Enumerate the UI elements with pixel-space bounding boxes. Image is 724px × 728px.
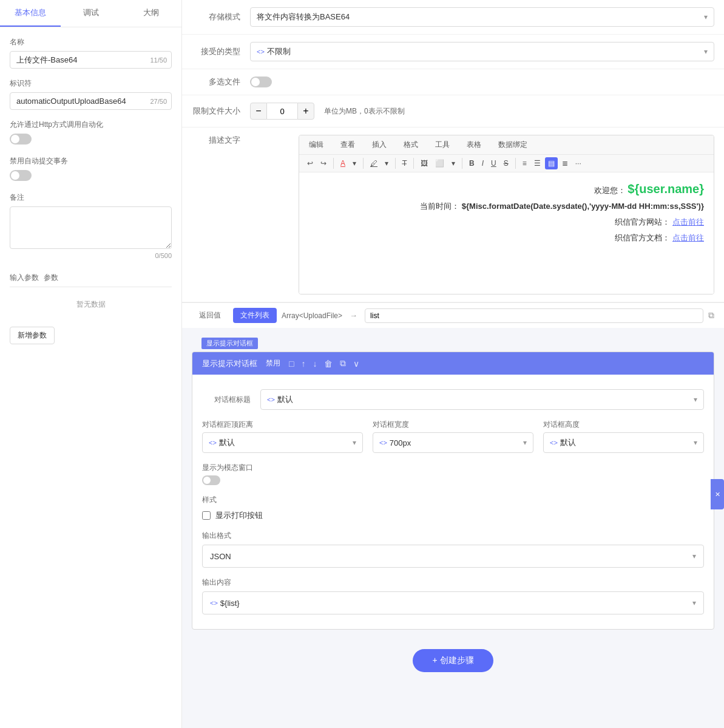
create-step-button[interactable]: + 创建步骤 [413, 649, 493, 672]
tab-outline[interactable]: 大纲 [121, 0, 181, 27]
dialog-height-select[interactable]: <> 默认 ▾ [543, 432, 704, 453]
tab-basic-info[interactable]: 基本信息 [0, 0, 61, 27]
menu-view[interactable]: 查看 [336, 138, 360, 152]
highlight-dropdown[interactable]: ▾ [382, 157, 391, 169]
modal-toggle[interactable] [202, 475, 220, 485]
toolbar-divider-5 [462, 158, 462, 169]
name-input[interactable] [10, 51, 172, 69]
more-button[interactable]: ··· [572, 157, 584, 169]
redo-button[interactable]: ↪ [317, 157, 330, 169]
print-btn-row: 显示打印按钮 [202, 510, 704, 521]
tab-debug[interactable]: 调试 [61, 0, 121, 27]
font-color-button[interactable]: A [337, 157, 348, 169]
italic-button[interactable]: I [479, 157, 487, 169]
file-size-label: 限制文件大小 [192, 106, 240, 117]
step-expand-icon[interactable]: ∨ [351, 358, 362, 370]
params-header: 输入参数 参数 [10, 269, 172, 287]
storage-row: 存储模式 将文件内容转换为BASE64 ▾ [182, 0, 724, 35]
step-up-icon[interactable]: ↑ [299, 358, 308, 370]
menu-table[interactable]: 表格 [462, 138, 486, 152]
right-float-button[interactable]: ✕ [711, 479, 724, 509]
accept-content: <> 不限制 ▾ [250, 42, 714, 61]
auto-commit-label: 禁用自动提交事务 [10, 156, 172, 166]
desc-row: 描述文字 编辑 查看 插入 格式 工具 表格 数据绑定 ↩ [182, 128, 724, 302]
dialog-width-col: 对话框宽度 <> 700px ▾ [373, 420, 533, 453]
accept-value: 不限制 [267, 46, 291, 57]
bold-button[interactable]: B [466, 157, 478, 169]
http-field-group: 允许通过Http方式调用自动化 [10, 120, 172, 146]
id-input[interactable] [10, 92, 172, 110]
align-justify-button[interactable]: ≣ [559, 157, 571, 169]
align-right-button[interactable]: ▤ [545, 157, 558, 169]
dialog-top-value: 默认 [219, 437, 235, 448]
accept-select[interactable]: <> 不限制 ▾ [250, 42, 714, 61]
menu-insert[interactable]: 插入 [367, 138, 391, 152]
params-col-label: 参数 [44, 273, 58, 283]
dialog-top-code-icon: <> [209, 439, 217, 446]
multi-file-toggle[interactable] [250, 77, 272, 87]
http-toggle[interactable] [10, 134, 32, 145]
no-data-text: 暂无数据 [10, 287, 172, 322]
step-header: 显示提示对话框 禁用 □ ↑ ↓ 🗑 ⧉ ∨ [192, 352, 714, 375]
three-col-row: 对话框距顶距离 <> 默认 ▾ 对话框宽度 [202, 415, 704, 458]
create-btn-wrap: + 创建步骤 [182, 639, 724, 682]
menu-data-bind[interactable]: 数据绑定 [493, 138, 532, 152]
http-toggle-switch[interactable] [10, 134, 32, 145]
dialog-width-code-icon: <> [379, 439, 387, 446]
highlight-button[interactable]: 🖊 [367, 157, 381, 169]
dialog-top-select[interactable]: <> 默认 ▾ [202, 432, 363, 453]
return-name-input[interactable] [365, 308, 703, 323]
box-button[interactable]: ⬜ [432, 157, 447, 169]
output-format-select[interactable]: JSON ▾ [202, 545, 704, 568]
step-delete-icon[interactable]: 🗑 [322, 358, 335, 370]
note-label: 备注 [10, 192, 172, 203]
editor-body[interactable]: 欢迎您： ${user.name} 当前时间： ${Misc.formatDat… [299, 172, 714, 294]
underline-button[interactable]: U [488, 157, 499, 169]
dialog-height-label: 对话框高度 [543, 420, 704, 430]
menu-edit[interactable]: 编辑 [304, 138, 328, 152]
output-format-section: 输出格式 JSON ▾ [202, 526, 704, 573]
dialog-height-value: 默认 [560, 437, 576, 448]
dialog-title-select[interactable]: <> 默认 ▾ [260, 389, 704, 410]
auto-commit-toggle-switch[interactable] [10, 170, 32, 181]
copy-icon[interactable]: ⧉ [708, 310, 714, 321]
step-down-icon[interactable]: ↓ [310, 358, 319, 370]
align-center-button[interactable]: ☰ [531, 157, 544, 169]
name-char-count: 11/50 [150, 56, 167, 64]
image-button[interactable]: 🖼 [418, 157, 431, 169]
strikethrough-button[interactable]: S [501, 157, 512, 169]
clear-format-button[interactable]: T̶ [399, 157, 410, 169]
auto-commit-toggle[interactable] [10, 170, 32, 181]
dialog-title-row: 对话框标题 <> 默认 ▾ [202, 384, 704, 415]
print-btn-checkbox[interactable] [202, 511, 211, 520]
step-copy-icon[interactable]: ⧉ [337, 357, 348, 370]
dialog-width-select[interactable]: <> 700px ▾ [373, 432, 533, 453]
menu-format[interactable]: 格式 [399, 138, 423, 152]
add-param-button[interactable]: 新增参数 [10, 327, 55, 344]
output-content-select[interactable]: <> ${list} ▾ [202, 591, 704, 614]
id-input-wrap: 27/50 [10, 92, 172, 110]
editor-toolbar: ↩ ↪ A ▾ 🖊 ▾ T̶ 🖼 ⬜ ▾ [299, 155, 714, 172]
menu-tools[interactable]: 工具 [430, 138, 455, 152]
toolbar-divider-2 [363, 158, 364, 169]
note-textarea[interactable] [10, 206, 172, 249]
storage-select[interactable]: 将文件内容转换为BASE64 ▾ [250, 7, 714, 27]
step-save-icon[interactable]: □ [286, 358, 296, 370]
font-color-dropdown[interactable]: ▾ [350, 157, 359, 169]
editor-doc-link[interactable]: 点击前往 [672, 233, 704, 242]
editor-site-link[interactable]: 点击前往 [672, 217, 704, 226]
style-label: 样式 [202, 495, 704, 505]
return-tab-files[interactable]: 文件列表 [233, 308, 277, 323]
decrease-button[interactable]: − [250, 103, 267, 120]
editor-site-label: 织信官方网站： [615, 217, 670, 226]
box-dropdown[interactable]: ▾ [448, 157, 458, 169]
editor-welcome-text: 欢迎您： [594, 186, 626, 195]
file-size-input[interactable] [267, 103, 297, 120]
align-left-button[interactable]: ≡ [519, 157, 530, 169]
step-disable-button[interactable]: 禁用 [262, 357, 284, 370]
undo-button[interactable]: ↩ [304, 157, 316, 169]
editor-time-label: 当前时间： [420, 202, 459, 211]
increase-button[interactable]: + [297, 103, 314, 120]
return-tab-value[interactable]: 返回值 [192, 308, 228, 323]
dialog-height-code-icon: <> [550, 439, 558, 446]
